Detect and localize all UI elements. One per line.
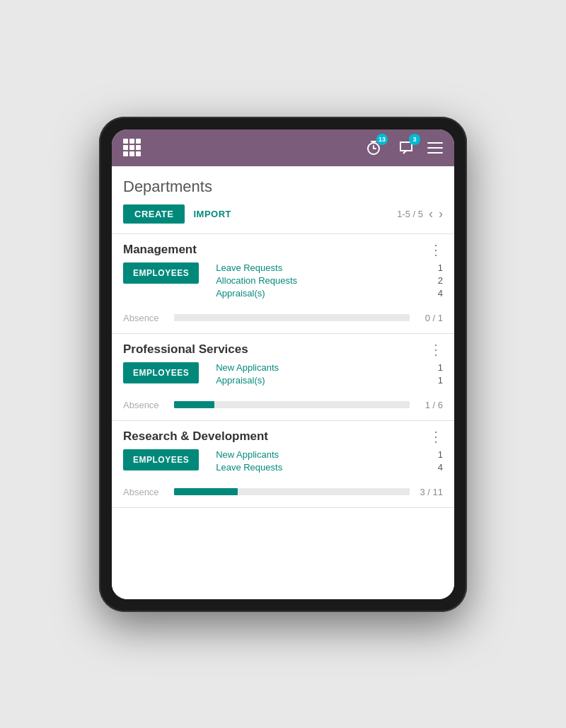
- dept-body: EMPLOYEES Leave Requests 1 Allocation Re…: [112, 262, 454, 307]
- dept-body: EMPLOYEES New Applicants 1 Appraisal(s) …: [112, 362, 454, 394]
- absence-count: 3 / 11: [418, 487, 443, 497]
- absence-bar: [174, 488, 410, 495]
- stat-label: Allocation Requests: [216, 275, 297, 286]
- absence-bar-fill: [174, 401, 214, 408]
- more-options-button[interactable]: ⋮: [429, 243, 443, 257]
- dept-name: Professional Services: [123, 342, 248, 357]
- dept-header: Professional Services ⋮: [112, 334, 454, 362]
- employees-button[interactable]: EMPLOYEES: [123, 449, 199, 470]
- navbar-right: 13 3: [362, 137, 443, 159]
- tablet-wrapper: 13 3 Departments: [99, 117, 467, 612]
- stat-value: 1: [429, 362, 443, 373]
- page-title: Departments: [123, 178, 443, 196]
- stat-label: Leave Requests: [216, 262, 282, 273]
- absence-bar: [174, 401, 410, 408]
- toolbar: CREATE IMPORT 1-5 / 5 ‹ ›: [123, 204, 443, 224]
- tablet-screen: 13 3 Departments: [112, 129, 454, 599]
- more-options-button[interactable]: ⋮: [429, 342, 443, 357]
- absence-label: Absence: [123, 313, 166, 323]
- dept-name: Management: [123, 243, 197, 257]
- dept-header: Research & Development ⋮: [112, 421, 454, 449]
- stat-value: 2: [429, 275, 443, 286]
- stat-row: Appraisal(s) 4: [216, 288, 443, 299]
- stat-label: Appraisal(s): [216, 288, 265, 299]
- stat-label: Leave Requests: [216, 462, 282, 473]
- absence-label: Absence: [123, 400, 166, 410]
- messages-button[interactable]: 3: [395, 137, 417, 159]
- import-button[interactable]: IMPORT: [193, 209, 231, 219]
- stat-row: New Applicants 1: [216, 449, 443, 460]
- absence-label: Absence: [123, 487, 166, 497]
- dept-body: EMPLOYEES New Applicants 1 Leave Request…: [112, 449, 454, 481]
- absence-count: 1 / 6: [418, 400, 443, 410]
- pagination: 1-5 / 5 ‹ ›: [397, 207, 443, 220]
- dept-name: Research & Development: [123, 429, 268, 444]
- content-area: Departments CREATE IMPORT 1-5 / 5 ‹ ›: [112, 166, 454, 599]
- dept-footer: Absence 0 / 1: [112, 307, 454, 333]
- departments-list: Management ⋮ EMPLOYEES Leave Requests 1 …: [112, 234, 454, 508]
- page-header: Departments CREATE IMPORT 1-5 / 5 ‹ ›: [112, 166, 454, 233]
- department-card: Management ⋮ EMPLOYEES Leave Requests 1 …: [112, 234, 454, 334]
- dept-footer: Absence 3 / 11: [112, 481, 454, 507]
- department-card: Research & Development ⋮ EMPLOYEES New A…: [112, 421, 454, 508]
- notifications-badge: 13: [376, 134, 388, 145]
- more-options-button[interactable]: ⋮: [429, 429, 443, 444]
- hamburger-menu-button[interactable]: [427, 142, 443, 154]
- messages-badge: 3: [409, 134, 420, 145]
- dept-stats: New Applicants 1 Appraisal(s) 1: [216, 362, 443, 386]
- stat-label: Appraisal(s): [216, 375, 265, 386]
- stat-value: 1: [429, 375, 443, 386]
- stat-row: Leave Requests 4: [216, 462, 443, 473]
- stat-label: New Applicants: [216, 362, 279, 373]
- dept-header: Management ⋮: [112, 234, 454, 262]
- stat-value: 1: [429, 262, 443, 273]
- create-button[interactable]: CREATE: [123, 204, 185, 224]
- navbar: 13 3: [112, 129, 454, 166]
- dept-stats: Leave Requests 1 Allocation Requests 2 A…: [216, 262, 443, 299]
- absence-bar: [174, 314, 410, 321]
- dept-footer: Absence 1 / 6: [112, 394, 454, 420]
- stat-row: New Applicants 1: [216, 362, 443, 373]
- absence-bar-fill: [174, 488, 238, 495]
- notifications-button[interactable]: 13: [362, 137, 385, 159]
- toolbar-left: CREATE IMPORT: [123, 204, 231, 224]
- pagination-next-button[interactable]: ›: [439, 207, 443, 220]
- stat-value: 1: [429, 449, 443, 460]
- stat-row: Leave Requests 1: [216, 262, 443, 273]
- stat-label: New Applicants: [216, 449, 279, 460]
- dept-stats: New Applicants 1 Leave Requests 4: [216, 449, 443, 473]
- employees-button[interactable]: EMPLOYEES: [123, 362, 199, 383]
- apps-grid-icon[interactable]: [123, 139, 141, 156]
- stat-value: 4: [429, 288, 443, 299]
- employees-button[interactable]: EMPLOYEES: [123, 262, 199, 284]
- pagination-prev-button[interactable]: ‹: [429, 207, 433, 220]
- stat-value: 4: [429, 462, 443, 473]
- absence-count: 0 / 1: [418, 313, 443, 323]
- pagination-text: 1-5 / 5: [397, 209, 423, 219]
- department-card: Professional Services ⋮ EMPLOYEES New Ap…: [112, 334, 454, 421]
- stat-row: Allocation Requests 2: [216, 275, 443, 286]
- stat-row: Appraisal(s) 1: [216, 375, 443, 386]
